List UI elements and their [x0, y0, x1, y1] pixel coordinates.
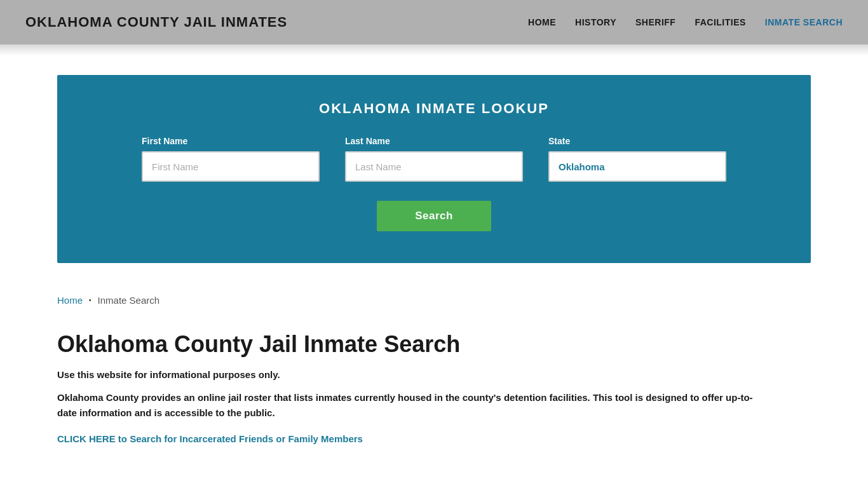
last-name-label: Last Name [345, 136, 523, 146]
nav-facilities[interactable]: FACILITIES [695, 17, 745, 27]
main-nav: HOME HISTORY SHERIFF FACILITIES INMATE S… [528, 17, 843, 27]
click-here-link[interactable]: CLICK HERE to Search for Incarcerated Fr… [57, 433, 363, 444]
nav-inmate-search[interactable]: INMATE SEARCH [765, 17, 843, 27]
nav-home[interactable]: HOME [528, 17, 556, 27]
breadcrumb-current: Inmate Search [98, 295, 160, 306]
info-bold-text: Use this website for informational purpo… [57, 369, 811, 380]
first-name-input[interactable] [142, 151, 320, 182]
nav-history[interactable]: HISTORY [575, 17, 616, 27]
breadcrumb: Home • Inmate Search [0, 282, 868, 318]
first-name-label: First Name [142, 136, 320, 146]
breadcrumb-separator: • [89, 297, 92, 304]
site-header: OKLAHOMA COUNTY JAIL INMATES HOME HISTOR… [0, 0, 868, 44]
form-row: First Name Last Name State [95, 136, 773, 182]
state-label: State [548, 136, 726, 146]
last-name-group: Last Name [345, 136, 523, 182]
state-group: State [548, 136, 726, 182]
first-name-group: First Name [142, 136, 320, 182]
search-button[interactable]: Search [377, 201, 491, 231]
header-shadow [0, 44, 868, 56]
main-content: Oklahoma County Jail Inmate Search Use t… [0, 318, 868, 470]
inmate-lookup-widget: OKLAHOMA INMATE LOOKUP First Name Last N… [57, 75, 811, 263]
state-input[interactable] [548, 151, 726, 182]
site-title: OKLAHOMA COUNTY JAIL INMATES [25, 14, 287, 30]
page-title: Oklahoma County Jail Inmate Search [57, 331, 811, 358]
info-paragraph: Oklahoma County provides an online jail … [57, 390, 756, 421]
nav-sheriff[interactable]: SHERIFF [635, 17, 675, 27]
breadcrumb-home-link[interactable]: Home [57, 295, 83, 306]
button-row: Search [95, 201, 773, 231]
last-name-input[interactable] [345, 151, 523, 182]
widget-title: OKLAHOMA INMATE LOOKUP [95, 100, 773, 117]
